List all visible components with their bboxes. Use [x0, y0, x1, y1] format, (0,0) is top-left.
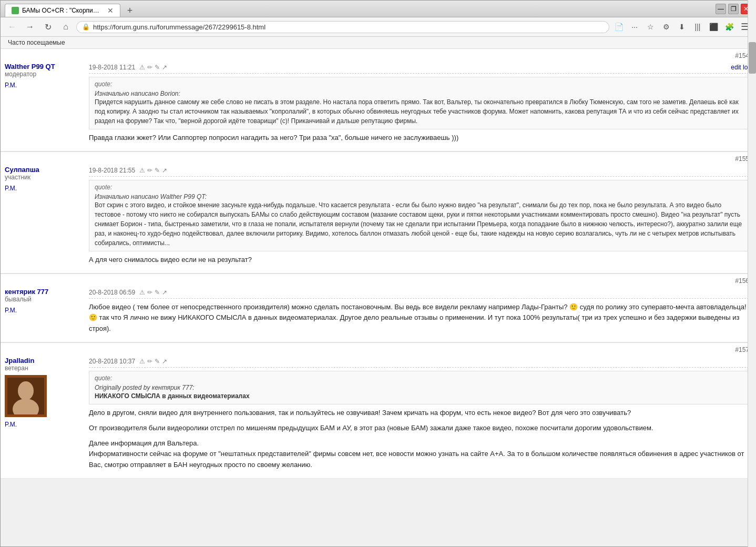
minimize-button[interactable]: —	[716, 4, 726, 14]
post-number-155: #155	[1, 151, 755, 164]
tab-favicon	[12, 7, 19, 14]
post-header-154: 19-8-2018 11:21 ⚠ ✏ ✎ ↗ edit log	[89, 63, 751, 74]
author-name-walther[interactable]: Walther P99 QT	[5, 63, 83, 70]
new-tab-button[interactable]: +	[122, 4, 137, 17]
post-sidebar-156: кентярик 777 бывалый P.M.	[5, 288, 89, 338]
address-bar[interactable]: 🔒 https://forum.guns.ru/forummessage/267…	[76, 21, 609, 33]
reload-button[interactable]: ↻	[40, 19, 55, 34]
author-name-kentyarik[interactable]: кентярик 777	[5, 288, 83, 296]
post-action-icons-154: ⚠ ✏ ✎ ↗	[139, 64, 167, 71]
post-content-154: 19-8-2018 11:21 ⚠ ✏ ✎ ↗ edit log quote: …	[89, 63, 751, 147]
avatar-image	[7, 378, 44, 414]
quote-icon-157[interactable]: ✏	[147, 358, 152, 365]
quote-label-155: quote:	[95, 184, 745, 191]
maximize-button[interactable]: ❐	[728, 4, 739, 14]
more-button[interactable]: ···	[628, 21, 641, 33]
post-date-156: 20-8-2018 06:59	[89, 289, 135, 296]
quote-author-155: Изначально написано Walther P99 QT:	[95, 193, 745, 200]
post-date-155: 19-8-2018 21:55	[89, 167, 135, 174]
post-156: кентярик 777 бывалый P.M. 20-8-2018 06:5…	[1, 286, 755, 342]
post-body-155: А для чего снималось видео если не на ре…	[89, 255, 751, 266]
bookmarks-item-frequently-visited[interactable]: Часто посещаемые	[5, 38, 68, 47]
back-button[interactable]: ←	[5, 19, 19, 34]
bookmarks-bar: Часто посещаемые »	[1, 37, 755, 49]
window-controls: — ❐ ✕	[716, 4, 751, 14]
post-header-156: 20-8-2018 06:59 ⚠ ✏ ✎ ↗	[89, 288, 751, 299]
avatar-jpalladin	[5, 375, 47, 417]
quote-block-154: quote: Изначально написано Borion: Приде…	[89, 77, 751, 129]
post-action-icons-156: ⚠ ✏ ✎ ↗	[139, 289, 167, 296]
report-icon-155[interactable]: ⚠	[139, 167, 145, 174]
post-content-155: 19-8-2018 21:55 ⚠ ✏ ✎ ↗ quote: Изначальн…	[89, 166, 751, 269]
redirect-icon-155[interactable]: ↗	[162, 167, 167, 174]
post-157: Jpalladin ветеран P.M. 20-8-2018 10:37	[1, 354, 755, 479]
quote-block-155: quote: Изначально написано Walther P99 Q…	[89, 180, 751, 251]
edit-icon[interactable]: ✎	[155, 64, 160, 71]
report-icon-156[interactable]: ⚠	[139, 289, 145, 296]
quote-icon-155[interactable]: ✏	[147, 167, 152, 174]
settings-icon[interactable]: ⚙	[660, 21, 672, 33]
report-icon-157[interactable]: ⚠	[139, 358, 145, 365]
bookmark-star-icon[interactable]: ☆	[644, 21, 657, 33]
quote-author-157: Originally posted by кентярик 777:	[95, 384, 745, 391]
post-body-157-p1: Дело в другом, сняли видео для внутренне…	[89, 408, 751, 419]
author-role-sulpapsha: участник	[5, 174, 83, 181]
post-date-154: 19-8-2018 11:21	[89, 64, 135, 71]
extensions-icon[interactable]: 🧩	[723, 21, 735, 33]
svg-point-1	[18, 381, 34, 400]
tabs-container: БАМы ОС+CR : "Скорпион" ... ✕ +	[5, 1, 716, 17]
forward-button[interactable]: →	[23, 19, 37, 34]
post-number-156: #156	[1, 274, 755, 286]
security-lock-icon: 🔒	[82, 23, 90, 31]
post-action-icons-155: ⚠ ✏ ✎ ↗	[139, 167, 167, 174]
author-name-sulpapsha[interactable]: Сулпапша	[5, 166, 83, 174]
post-body-154: Правда глазки жжет? Или Саппортер попрос…	[89, 133, 751, 144]
author-name-jpalladin[interactable]: Jpalladin	[5, 357, 83, 364]
pm-link-156[interactable]: P.M.	[5, 306, 83, 314]
post-body-157: Дело в другом, сняли видео для внутренне…	[89, 408, 751, 471]
download-icon[interactable]: ⬇	[676, 21, 688, 33]
pm-link-155[interactable]: P.M.	[5, 184, 83, 192]
author-role-walther: модератор	[5, 70, 83, 78]
pm-link-157[interactable]: P.M.	[5, 420, 83, 428]
redirect-icon-157[interactable]: ↗	[162, 358, 167, 365]
report-icon[interactable]: ⚠	[139, 64, 145, 71]
author-role-jpalladin: ветеран	[5, 364, 83, 372]
post-header-155: 19-8-2018 21:55 ⚠ ✏ ✎ ↗	[89, 166, 751, 177]
post-number-154: #154	[1, 49, 755, 60]
post-sidebar-155: Сулпапша участник P.M.	[5, 166, 89, 269]
post-body-157-p2: От производителя были видеоролики отстре…	[89, 423, 751, 434]
scrollbar[interactable]	[748, 0, 756, 547]
quote-icon[interactable]: ✏	[147, 64, 152, 71]
redirect-icon[interactable]: ↗	[162, 64, 167, 71]
post-sidebar-154: Walther P99 QT модератор P.M.	[5, 63, 89, 147]
quote-label-154: quote:	[95, 80, 745, 88]
navigation-toolbar: ← → ↻ ⌂ 🔒 https://forum.guns.ru/forummes…	[1, 17, 755, 37]
quote-text-157: НИКАКОГО СМЫСЛА в данных видеоматериалах	[95, 391, 745, 401]
home-button[interactable]: ⌂	[58, 19, 73, 34]
tab-label: БАМы ОС+CR : "Скорпион" ...	[22, 7, 102, 14]
sync-icon[interactable]: ⬛	[707, 21, 720, 33]
pm-link-154[interactable]: P.M.	[5, 81, 83, 89]
toolbar-icons-group: 📄 ··· ☆ ⚙ ⬇ ||| ⬛ 🧩 ☰	[612, 21, 751, 33]
post-content-156: 20-8-2018 06:59 ⚠ ✏ ✎ ↗ Любое видео ( те…	[89, 288, 751, 338]
post-content-157: 20-8-2018 10:37 ⚠ ✏ ✎ ↗ quote: Originall…	[89, 357, 751, 474]
scrollbar-thumb[interactable]	[749, 42, 756, 74]
edit-icon-156[interactable]: ✎	[155, 289, 160, 296]
tab-close-button[interactable]: ✕	[107, 6, 114, 15]
browser-window: БАМы ОС+CR : "Скорпион" ... ✕ + — ❐ ✕ ← …	[0, 0, 756, 547]
reader-mode-icon[interactable]: 📄	[612, 21, 625, 33]
library-icon[interactable]: |||	[691, 21, 704, 33]
post-number-157: #157	[1, 342, 755, 354]
active-tab[interactable]: БАМы ОС+CR : "Скорпион" ... ✕	[5, 4, 120, 17]
edit-icon-155[interactable]: ✎	[155, 167, 160, 174]
post-action-icons-157: ⚠ ✏ ✎ ↗	[139, 358, 167, 365]
quote-author-154: Изначально написано Borion:	[95, 90, 745, 97]
title-bar: БАМы ОС+CR : "Скорпион" ... ✕ + — ❐ ✕	[1, 1, 755, 17]
redirect-icon-156[interactable]: ↗	[162, 289, 167, 296]
bookmark-label: Часто посещаемые	[8, 39, 65, 46]
quote-icon-156[interactable]: ✏	[147, 289, 152, 296]
quote-text-154: Придется нарушить данное самому же себе …	[95, 97, 745, 126]
edit-icon-157[interactable]: ✎	[155, 358, 160, 365]
quote-label-157: quote:	[95, 374, 745, 382]
